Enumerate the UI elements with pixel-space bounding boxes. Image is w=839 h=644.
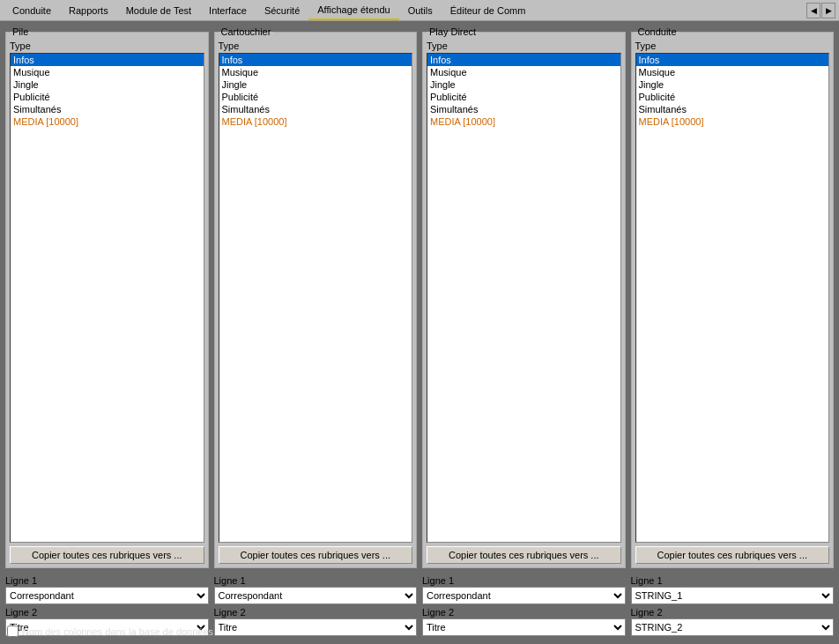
groupbox-play-direct: Play Direct Type Infos Musique Jingle Pu… bbox=[422, 26, 626, 568]
type-label-conduite: Type bbox=[635, 41, 830, 51]
ligne-section-cartouchier: Ligne 1 Correspondant Titre STRING_1 STR… bbox=[214, 575, 418, 639]
list-item-cart-5[interactable]: MEDIA [10000] bbox=[219, 115, 412, 128]
ligne2-label-cartouchier: Ligne 2 bbox=[214, 607, 418, 618]
ligne1-select-cartouchier[interactable]: Correspondant Titre STRING_1 STRING_2 bbox=[214, 587, 418, 604]
menu-item-securite[interactable]: Sécurité bbox=[256, 0, 308, 20]
list-item-pd-1[interactable]: Musique bbox=[427, 66, 620, 78]
panel-play-direct: Play Direct Type Infos Musique Jingle Pu… bbox=[422, 26, 626, 639]
menu-item-outils[interactable]: Outils bbox=[399, 0, 442, 20]
list-item-pile-3[interactable]: Publicité bbox=[11, 91, 204, 103]
menu-bar: Conduite Rapports Module de Test Interfa… bbox=[0, 0, 839, 21]
ligne-section-conduite: Ligne 1 STRING_1 Correspondant Titre STR… bbox=[631, 575, 835, 639]
ligne2-row-conduite: STRING_2 Correspondant Titre STRING_1 bbox=[631, 618, 835, 636]
ligne2-label-conduite: Ligne 2 bbox=[631, 607, 835, 618]
ligne2-label-pile: Ligne 2 bbox=[5, 607, 209, 618]
list-box-cartouchier[interactable]: Infos Musique Jingle Publicité Simultané… bbox=[219, 53, 413, 543]
groupbox-conduite: Conduite Type Infos Musique Jingle Publi… bbox=[631, 26, 835, 568]
menu-item-conduite[interactable]: Conduite bbox=[4, 0, 60, 20]
list-box-play-direct[interactable]: Infos Musique Jingle Publicité Simultané… bbox=[427, 53, 621, 543]
groupbox-cartouchier-title: Cartouchier bbox=[219, 26, 274, 37]
type-label-cartouchier: Type bbox=[219, 41, 413, 51]
groupbox-cartouchier: Cartouchier Type Infos Musique Jingle Pu… bbox=[214, 26, 418, 568]
list-box-pile[interactable]: Infos Musique Jingle Publicité Simultané… bbox=[10, 53, 204, 543]
copy-btn-play-direct[interactable]: Copier toutes ces rubriques vers ... bbox=[427, 546, 621, 564]
ligne1-row-pile: Correspondant Titre STRING_1 STRING_2 bbox=[5, 587, 209, 604]
ligne2-row-cartouchier: Titre Correspondant STRING_1 STRING_2 bbox=[214, 618, 418, 636]
panel-conduite: Conduite Type Infos Musique Jingle Publi… bbox=[631, 26, 835, 639]
list-item-pd-4[interactable]: Simultanés bbox=[427, 103, 620, 115]
type-label-pile: Type bbox=[10, 41, 204, 51]
list-item-cond-1[interactable]: Musique bbox=[636, 66, 829, 78]
list-item-cond-0[interactable]: Infos bbox=[636, 54, 829, 66]
groupbox-pile: Pile Type Infos Musique Jingle Publicité… bbox=[5, 26, 209, 568]
ligne1-label-pile: Ligne 1 bbox=[5, 575, 209, 586]
menu-item-interface[interactable]: Interface bbox=[200, 0, 256, 20]
menu-item-rapports[interactable]: Rapports bbox=[60, 0, 117, 20]
menu-item-module-test[interactable]: Module de Test bbox=[117, 0, 200, 20]
list-item-pile-1[interactable]: Musique bbox=[11, 66, 204, 78]
column-names-label: Nom des colonnes dans la base de données bbox=[22, 626, 213, 637]
ligne2-label-play-direct: Ligne 2 bbox=[422, 607, 626, 618]
list-item-pd-3[interactable]: Publicité bbox=[427, 91, 620, 103]
list-item-cond-2[interactable]: Jingle bbox=[636, 78, 829, 91]
ligne1-label-play-direct: Ligne 1 bbox=[422, 575, 626, 586]
column-names-checkbox[interactable] bbox=[7, 625, 19, 637]
ligne1-select-conduite[interactable]: STRING_1 Correspondant Titre STRING_2 bbox=[631, 587, 835, 604]
groupbox-play-direct-title: Play Direct bbox=[427, 26, 479, 37]
groupbox-conduite-title: Conduite bbox=[635, 26, 679, 37]
ligne1-label-conduite: Ligne 1 bbox=[631, 575, 835, 586]
copy-btn-conduite[interactable]: Copier toutes ces rubriques vers ... bbox=[635, 546, 830, 564]
type-label-play-direct: Type bbox=[427, 41, 621, 51]
list-item-cart-4[interactable]: Simultanés bbox=[219, 103, 412, 115]
list-box-conduite[interactable]: Infos Musique Jingle Publicité Simultané… bbox=[635, 53, 830, 543]
list-item-pile-5[interactable]: MEDIA [10000] bbox=[11, 115, 204, 128]
groupbox-pile-title: Pile bbox=[10, 26, 31, 37]
copy-btn-cartouchier[interactable]: Copier toutes ces rubriques vers ... bbox=[219, 546, 413, 564]
copy-btn-pile[interactable]: Copier toutes ces rubriques vers ... bbox=[10, 546, 204, 564]
ligne2-select-conduite[interactable]: STRING_2 Correspondant Titre STRING_1 bbox=[631, 618, 835, 636]
menu-item-editeur[interactable]: Éditeur de Comm bbox=[442, 0, 535, 20]
ligne1-row-play-direct: Correspondant Titre STRING_1 STRING_2 bbox=[422, 587, 626, 604]
nav-prev-button[interactable]: ◀ bbox=[806, 3, 820, 19]
main-content: Pile Type Infos Musique Jingle Publicité… bbox=[0, 21, 839, 644]
panel-cartouchier: Cartouchier Type Infos Musique Jingle Pu… bbox=[214, 26, 418, 639]
list-item-pile-4[interactable]: Simultanés bbox=[11, 103, 204, 115]
list-item-cart-3[interactable]: Publicité bbox=[219, 91, 412, 103]
ligne1-select-play-direct[interactable]: Correspondant Titre STRING_1 STRING_2 bbox=[422, 587, 626, 604]
nav-buttons: ◀ ▶ bbox=[806, 3, 835, 19]
ligne2-row-play-direct: Titre Correspondant STRING_1 STRING_2 bbox=[422, 618, 626, 636]
ligne-section-play-direct: Ligne 1 Correspondant Titre STRING_1 STR… bbox=[422, 575, 626, 639]
list-item-pd-2[interactable]: Jingle bbox=[427, 78, 620, 91]
ligne1-row-conduite: STRING_1 Correspondant Titre STRING_2 bbox=[631, 587, 835, 604]
ligne2-select-play-direct[interactable]: Titre Correspondant STRING_1 STRING_2 bbox=[422, 618, 626, 636]
nav-next-button[interactable]: ▶ bbox=[821, 3, 835, 19]
list-item-cond-5[interactable]: MEDIA [10000] bbox=[636, 115, 829, 128]
list-item-cond-3[interactable]: Publicité bbox=[636, 91, 829, 103]
ligne1-select-pile[interactable]: Correspondant Titre STRING_1 STRING_2 bbox=[5, 587, 209, 604]
list-item-cart-0[interactable]: Infos bbox=[219, 54, 412, 66]
list-item-pile-0[interactable]: Infos bbox=[11, 54, 204, 66]
list-item-cond-4[interactable]: Simultanés bbox=[636, 103, 829, 115]
ligne1-row-cartouchier: Correspondant Titre STRING_1 STRING_2 bbox=[214, 587, 418, 604]
list-item-pd-5[interactable]: MEDIA [10000] bbox=[427, 115, 620, 128]
list-item-cart-1[interactable]: Musique bbox=[219, 66, 412, 78]
list-item-cart-2[interactable]: Jingle bbox=[219, 78, 412, 91]
footer-bar: Nom des colonnes dans la base de données bbox=[7, 625, 213, 637]
panel-pile: Pile Type Infos Musique Jingle Publicité… bbox=[5, 26, 209, 639]
menu-item-affichage-etendu[interactable]: Affichage étendu bbox=[308, 0, 398, 20]
ligne1-label-cartouchier: Ligne 1 bbox=[214, 575, 418, 586]
ligne2-select-cartouchier[interactable]: Titre Correspondant STRING_1 STRING_2 bbox=[214, 618, 418, 636]
list-item-pd-0[interactable]: Infos bbox=[427, 54, 620, 66]
list-item-pile-2[interactable]: Jingle bbox=[11, 78, 204, 91]
